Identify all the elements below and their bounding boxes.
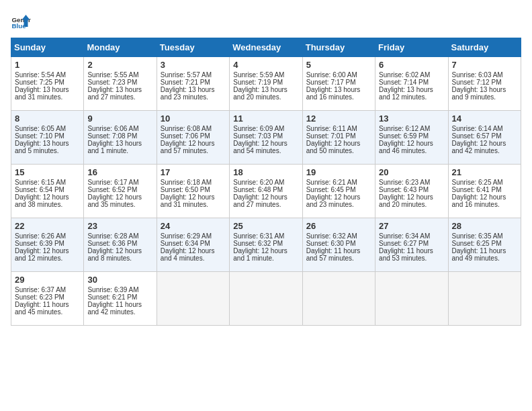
- day-number: 8: [15, 113, 80, 124]
- day-info: Sunset: 6:36 PM: [87, 240, 152, 247]
- day-info: Sunrise: 6:29 AM: [161, 232, 226, 240]
- day-header-friday: Friday: [375, 38, 448, 57]
- day-info: Daylight: 12 hours and 35 minutes.: [87, 193, 152, 208]
- day-info: Daylight: 11 hours and 45 minutes.: [15, 301, 80, 316]
- day-number: 30: [87, 275, 152, 285]
- day-info: Daylight: 13 hours and 20 minutes.: [233, 86, 298, 101]
- day-info: Sunset: 7:17 PM: [306, 79, 371, 86]
- calendar-cell: 17Sunrise: 6:18 AMSunset: 6:50 PMDayligh…: [157, 165, 229, 218]
- day-number: 2: [87, 60, 152, 70]
- day-info: Sunrise: 6:02 AM: [379, 71, 444, 79]
- day-number: 18: [233, 167, 298, 177]
- day-info: Daylight: 13 hours and 1 minute.: [87, 140, 152, 154]
- page-header: General Blue: [11, 11, 521, 31]
- day-info: Sunset: 6:25 PM: [452, 240, 517, 247]
- day-info: Sunrise: 6:20 AM: [233, 179, 298, 186]
- day-info: Daylight: 12 hours and 1 minute.: [233, 247, 298, 262]
- calendar-cell: 12Sunrise: 6:11 AMSunset: 7:01 PMDayligh…: [302, 111, 375, 165]
- logo: General Blue: [11, 11, 31, 31]
- calendar-cell: [375, 272, 448, 326]
- day-number: 19: [306, 167, 371, 177]
- calendar-cell: 13Sunrise: 6:12 AMSunset: 6:59 PMDayligh…: [375, 111, 448, 165]
- day-info: Sunrise: 6:11 AM: [306, 125, 371, 132]
- day-info: Sunset: 6:27 PM: [379, 240, 444, 247]
- day-info: Sunset: 6:32 PM: [233, 240, 298, 247]
- day-info: Sunrise: 6:18 AM: [161, 179, 226, 186]
- day-info: Sunset: 6:57 PM: [452, 132, 517, 140]
- calendar-cell: 14Sunrise: 6:14 AMSunset: 6:57 PMDayligh…: [448, 111, 521, 165]
- day-number: 5: [306, 60, 371, 70]
- day-info: Daylight: 13 hours and 23 minutes.: [161, 86, 226, 101]
- day-info: Sunrise: 6:35 AM: [452, 232, 517, 240]
- day-number: 21: [452, 167, 517, 177]
- calendar-cell: 2Sunrise: 5:55 AMSunset: 7:23 PMDaylight…: [84, 57, 157, 111]
- day-number: 27: [379, 221, 444, 231]
- calendar-cell: 18Sunrise: 6:20 AMSunset: 6:48 PMDayligh…: [230, 165, 302, 218]
- day-info: Daylight: 12 hours and 46 minutes.: [379, 140, 444, 154]
- calendar-cell: 11Sunrise: 6:09 AMSunset: 7:03 PMDayligh…: [230, 111, 302, 165]
- day-number: 15: [15, 167, 80, 177]
- calendar-week-row: 22Sunrise: 6:26 AMSunset: 6:39 PMDayligh…: [11, 218, 521, 272]
- calendar-cell: 16Sunrise: 6:17 AMSunset: 6:52 PMDayligh…: [84, 165, 157, 218]
- calendar-cell: 25Sunrise: 6:31 AMSunset: 6:32 PMDayligh…: [230, 218, 302, 272]
- day-number: 29: [15, 275, 80, 285]
- calendar-cell: 9Sunrise: 6:06 AMSunset: 7:08 PMDaylight…: [84, 111, 157, 165]
- day-info: Daylight: 12 hours and 42 minutes.: [452, 140, 517, 154]
- day-info: Sunset: 7:01 PM: [306, 132, 371, 140]
- logo-icon: General Blue: [11, 11, 31, 31]
- day-info: Daylight: 13 hours and 16 minutes.: [306, 86, 371, 101]
- day-info: Sunset: 7:10 PM: [15, 132, 80, 140]
- calendar-cell: 28Sunrise: 6:35 AMSunset: 6:25 PMDayligh…: [448, 218, 521, 272]
- day-info: Sunset: 6:52 PM: [87, 186, 152, 193]
- day-info: Sunrise: 6:09 AM: [233, 125, 298, 132]
- day-info: Sunset: 6:45 PM: [306, 186, 371, 193]
- calendar-cell: 5Sunrise: 6:00 AMSunset: 7:17 PMDaylight…: [302, 57, 375, 111]
- calendar-cell: 10Sunrise: 6:08 AMSunset: 7:06 PMDayligh…: [157, 111, 229, 165]
- day-info: Daylight: 12 hours and 57 minutes.: [161, 140, 226, 154]
- day-info: Sunrise: 6:12 AM: [379, 125, 444, 132]
- day-info: Sunset: 7:25 PM: [15, 79, 80, 86]
- day-number: 7: [452, 60, 517, 70]
- calendar-cell: 19Sunrise: 6:21 AMSunset: 6:45 PMDayligh…: [302, 165, 375, 218]
- day-info: Sunset: 6:34 PM: [161, 240, 226, 247]
- day-info: Daylight: 13 hours and 5 minutes.: [15, 140, 80, 154]
- day-info: Sunrise: 6:31 AM: [233, 232, 298, 240]
- day-info: Daylight: 13 hours and 12 minutes.: [379, 86, 444, 101]
- day-info: Sunrise: 6:05 AM: [15, 125, 80, 132]
- calendar-cell: [157, 272, 229, 326]
- calendar-cell: [302, 272, 375, 326]
- calendar-header-row: SundayMondayTuesdayWednesdayThursdayFrid…: [11, 38, 521, 57]
- day-info: Sunrise: 6:26 AM: [15, 232, 80, 240]
- day-info: Daylight: 12 hours and 27 minutes.: [233, 193, 298, 208]
- day-info: Daylight: 12 hours and 16 minutes.: [452, 193, 517, 208]
- day-info: Daylight: 12 hours and 20 minutes.: [379, 193, 444, 208]
- calendar-cell: 23Sunrise: 6:28 AMSunset: 6:36 PMDayligh…: [84, 218, 157, 272]
- day-info: Daylight: 11 hours and 53 minutes.: [379, 247, 444, 262]
- calendar-cell: 4Sunrise: 5:59 AMSunset: 7:19 PMDaylight…: [230, 57, 302, 111]
- day-number: 26: [306, 221, 371, 231]
- day-info: Sunset: 6:23 PM: [15, 293, 80, 301]
- day-number: 16: [87, 167, 152, 177]
- day-info: Sunset: 6:39 PM: [15, 240, 80, 247]
- calendar-cell: 1Sunrise: 5:54 AMSunset: 7:25 PMDaylight…: [11, 57, 84, 111]
- day-info: Sunset: 7:08 PM: [87, 132, 152, 140]
- day-header-thursday: Thursday: [302, 38, 375, 57]
- calendar-week-row: 29Sunrise: 6:37 AMSunset: 6:23 PMDayligh…: [11, 272, 521, 326]
- day-info: Sunset: 6:54 PM: [15, 186, 80, 193]
- day-info: Sunset: 7:06 PM: [161, 132, 226, 140]
- day-number: 11: [233, 113, 298, 124]
- calendar-cell: 26Sunrise: 6:32 AMSunset: 6:30 PMDayligh…: [302, 218, 375, 272]
- day-info: Sunset: 6:59 PM: [379, 132, 444, 140]
- day-info: Sunrise: 6:03 AM: [452, 71, 517, 79]
- day-info: Sunset: 6:30 PM: [306, 240, 371, 247]
- day-number: 17: [161, 167, 226, 177]
- day-info: Sunrise: 5:59 AM: [233, 71, 298, 79]
- day-info: Daylight: 11 hours and 42 minutes.: [87, 301, 152, 316]
- day-info: Sunrise: 6:37 AM: [15, 286, 80, 293]
- day-number: 20: [379, 167, 444, 177]
- calendar-cell: 29Sunrise: 6:37 AMSunset: 6:23 PMDayligh…: [11, 272, 84, 326]
- calendar-week-row: 1Sunrise: 5:54 AMSunset: 7:25 PMDaylight…: [11, 57, 521, 111]
- day-info: Sunset: 6:41 PM: [452, 186, 517, 193]
- day-info: Daylight: 12 hours and 12 minutes.: [15, 247, 80, 262]
- day-info: Sunrise: 5:54 AM: [15, 71, 80, 79]
